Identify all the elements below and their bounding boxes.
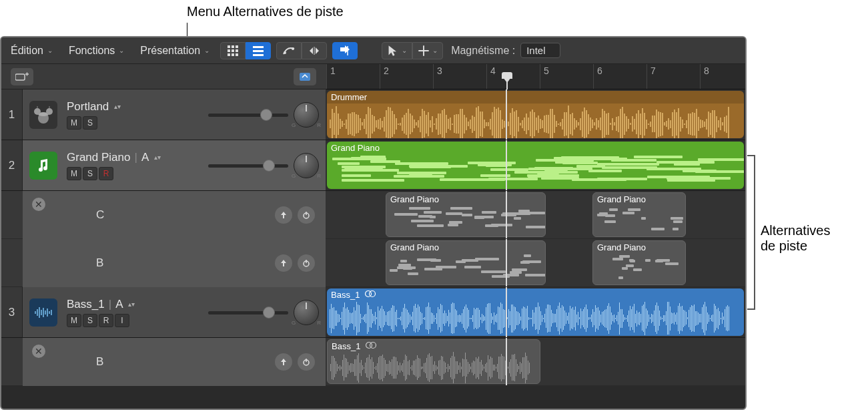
menu-fonctions[interactable]: Fonctions⌄	[63, 42, 129, 59]
region-title: Grand Piano	[593, 193, 685, 206]
track-header[interactable]: Portland ▴▾ M S GR	[23, 89, 326, 140]
region-lane-alt[interactable]: Grand Piano Grand Piano	[326, 191, 745, 238]
region-lane[interactable]: Drummer	[326, 89, 745, 140]
svg-rect-0	[228, 45, 230, 48]
alternative-header[interactable]: B	[23, 239, 326, 287]
mute-button[interactable]: M	[67, 167, 81, 180]
solo-button[interactable]: S	[83, 116, 97, 130]
track-header[interactable]: Bass_1|A ▴▾ M S R I GR	[23, 287, 326, 337]
tracks-area: 1 Portland ▴▾ M S GR	[1, 89, 745, 409]
automation-group	[276, 42, 327, 59]
region-audio-alt[interactable]: Bass_1	[327, 339, 540, 384]
region-lane-alt[interactable]: Grand Piano Grand Piano	[326, 239, 745, 286]
solo-button[interactable]: S	[83, 167, 97, 180]
close-alternatives-button[interactable]: ✕	[32, 345, 45, 358]
track-name[interactable]: Grand Piano|A ▴▾	[67, 151, 208, 164]
pan-knob[interactable]: GR	[294, 153, 319, 178]
playhead	[506, 338, 507, 385]
record-enable-button[interactable]: R	[99, 167, 113, 180]
callout-right: Alternatives de piste	[761, 223, 831, 254]
list-icon	[252, 45, 264, 57]
playhead-handle[interactable]	[506, 72, 508, 89]
alternative-name: B	[56, 355, 275, 369]
svg-point-46	[370, 343, 376, 349]
snap-select[interactable]: Intel	[520, 43, 560, 58]
flex-button[interactable]	[302, 42, 327, 59]
pan-knob[interactable]: GR	[294, 102, 319, 128]
mute-button[interactable]: M	[67, 116, 81, 130]
pointer-tool-button[interactable]: ⌄	[382, 42, 412, 59]
track-name[interactable]: Bass_1|A ▴▾	[67, 298, 208, 311]
region-title: Drummer	[327, 91, 744, 104]
input-monitor-button[interactable]: I	[115, 314, 129, 327]
record-enable-button[interactable]: R	[99, 314, 113, 327]
region-midi-alt[interactable]: Grand Piano	[386, 240, 546, 285]
power-icon	[302, 358, 310, 366]
track-name[interactable]: Portland ▴▾	[67, 100, 208, 114]
automation-curve-button[interactable]	[276, 42, 302, 59]
track-number: 1	[1, 89, 23, 140]
promote-alternative-button[interactable]	[275, 254, 292, 272]
region-lane[interactable]: Grand Piano	[326, 140, 745, 190]
volume-slider[interactable]	[208, 306, 288, 319]
region-midi-alt[interactable]: Grand Piano	[592, 240, 686, 285]
playhead[interactable]	[506, 140, 507, 190]
power-alternative-button[interactable]	[298, 254, 315, 272]
track-icon-audio	[29, 298, 57, 327]
solo-button[interactable]: S	[83, 314, 97, 327]
svg-rect-4	[232, 49, 234, 52]
region-drummer[interactable]: Drummer	[327, 91, 744, 138]
ruler-number: 7	[650, 65, 656, 76]
add-track-button[interactable]	[11, 68, 33, 85]
volume-slider[interactable]	[208, 109, 288, 121]
region-lane[interactable]: Bass_1	[326, 287, 745, 337]
power-alternative-button[interactable]	[298, 206, 315, 224]
add-track-icon	[15, 72, 29, 81]
ruler-number: 3	[437, 65, 442, 76]
region-lane-alt[interactable]: Bass_1	[326, 338, 745, 385]
region-audio[interactable]: Bass_1	[327, 288, 744, 336]
region-midi-alt[interactable]: Grand Piano	[386, 192, 546, 237]
pan-knob[interactable]: GR	[294, 300, 319, 325]
catch-playhead-button[interactable]	[332, 42, 358, 59]
promote-alternative-button[interactable]	[275, 353, 292, 371]
waveform-icon	[34, 306, 53, 319]
region-title: Bass_1	[328, 340, 540, 353]
alternative-header[interactable]: ✕ B	[23, 338, 326, 386]
track-row: 3 Bass_1|A ▴▾ M S R I	[1, 287, 745, 338]
callout-top: Menu Alternatives de piste	[187, 4, 344, 19]
drumkit-icon	[33, 105, 53, 125]
close-alternatives-button[interactable]: ✕	[32, 198, 45, 211]
timeline-ruler[interactable]: 1 2 3 4 5 6 7 8	[326, 64, 745, 89]
snap-label: Magnétisme :	[451, 45, 515, 57]
region-midi-alt[interactable]: Grand Piano	[592, 192, 686, 237]
promote-alternative-button[interactable]	[275, 206, 292, 224]
track-icon-drum	[29, 101, 57, 129]
track-alternatives-menu[interactable]: ▴▾	[114, 105, 121, 109]
track-row: 2 Grand Piano|A ▴▾ M S R	[1, 140, 745, 191]
track-alternatives-menu[interactable]: ▴▾	[154, 156, 161, 160]
svg-point-24	[34, 108, 41, 115]
menu-presentation[interactable]: Présentation⌄	[135, 42, 215, 59]
flex-icon	[308, 45, 320, 57]
playhead[interactable]	[506, 89, 507, 140]
svg-rect-18	[15, 74, 25, 80]
mute-button[interactable]: M	[67, 314, 81, 327]
svg-rect-9	[253, 46, 264, 48]
track-header[interactable]: Grand Piano|A ▴▾ M S R GR	[23, 140, 326, 190]
menu-edition[interactable]: Édition⌄	[5, 42, 58, 59]
secondary-tool-button[interactable]: ⌄	[412, 42, 443, 59]
alternative-header[interactable]: ✕ C	[23, 191, 326, 239]
collapse-button[interactable]	[294, 68, 316, 85]
region-midi[interactable]: Grand Piano	[327, 142, 744, 189]
ruler-number: 5	[544, 65, 549, 76]
stereo-icon	[366, 341, 376, 349]
power-alternative-button[interactable]	[298, 353, 315, 371]
svg-rect-3	[228, 49, 230, 52]
grid-view-button[interactable]	[220, 42, 246, 59]
svg-point-25	[46, 108, 53, 115]
list-view-button[interactable]	[246, 42, 271, 59]
svg-rect-6	[228, 53, 230, 56]
volume-slider[interactable]	[208, 160, 288, 172]
track-alternatives-menu[interactable]: ▴▾	[128, 302, 135, 306]
